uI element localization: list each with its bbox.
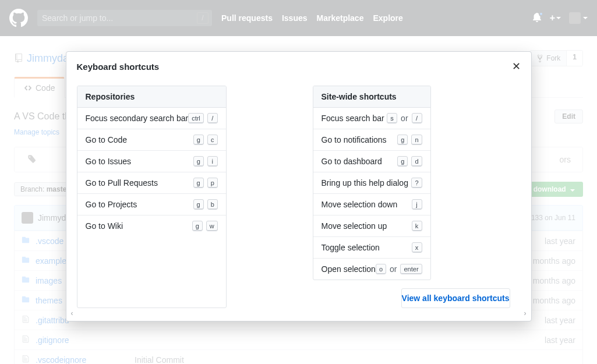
shortcut-row: Go to Wikig w <box>77 215 226 236</box>
shortcut-row: Focus secondary search barctrl / <box>77 108 226 129</box>
shortcut-row: Go to dashboardg d <box>313 150 430 172</box>
keyboard-key: ? <box>411 178 422 188</box>
keyboard-key: g <box>193 135 204 145</box>
shortcut-keys: j <box>412 199 422 210</box>
shortcut-keys: ctrl / <box>188 113 218 123</box>
keyboard-key: ctrl <box>188 113 204 123</box>
shortcut-row: Focus search bars or / <box>313 108 430 129</box>
keyboard-key: w <box>206 221 218 231</box>
chevron-left-icon: ‹ <box>71 309 73 317</box>
keyboard-key: c <box>207 135 218 145</box>
shortcut-row: Go to Pull Requestsg p <box>77 172 226 193</box>
shortcut-row: Go to Issuesg i <box>77 150 226 172</box>
shortcut-label: Go to Issues <box>86 157 193 166</box>
shortcut-keys: ? <box>411 178 422 188</box>
shortcut-keys: g w <box>192 221 218 231</box>
keyboard-key: g <box>193 199 204 210</box>
shortcut-label: Focus search bar <box>322 114 387 123</box>
shortcut-keys: g d <box>397 156 422 167</box>
keyboard-key: p <box>207 178 218 188</box>
shortcut-label: Focus secondary search bar <box>86 114 189 123</box>
keyboard-shortcuts-modal: Keyboard shortcuts ✕ Repositories Focus … <box>66 51 532 321</box>
keyboard-key: enter <box>400 264 422 274</box>
shortcut-keys: g b <box>193 199 218 210</box>
shortcut-row: Go to notificationsg n <box>313 129 430 150</box>
shortcut-keys: x <box>412 242 422 253</box>
or-text: or <box>401 114 408 123</box>
shortcut-keys: k <box>412 221 422 231</box>
shortcut-row: Go to Codeg c <box>77 129 226 150</box>
keyboard-key: j <box>412 199 422 210</box>
keyboard-key: k <box>412 221 422 231</box>
panel-header: Site-wide shortcuts <box>313 86 430 108</box>
close-icon: ✕ <box>512 61 521 72</box>
shortcut-label: Go to Code <box>86 135 193 144</box>
shortcut-label: Go to Pull Requests <box>86 178 193 188</box>
shortcuts-panel-repositories: Repositories Focus secondary search barc… <box>77 86 227 308</box>
keyboard-key: x <box>412 242 422 253</box>
shortcut-row: Move selection upk <box>313 215 430 236</box>
shortcut-row: Go to Projectsg b <box>77 193 226 215</box>
keyboard-key: g <box>192 221 203 231</box>
keyboard-key: g <box>193 156 204 167</box>
shortcut-label: Toggle selection <box>322 243 412 252</box>
keyboard-key: s <box>387 113 397 123</box>
keyboard-key: n <box>411 135 422 145</box>
keyboard-key: / <box>412 113 422 123</box>
chevron-right-icon: › <box>524 309 527 317</box>
shortcut-keys: g i <box>193 156 218 167</box>
keyboard-key: / <box>207 113 218 123</box>
or-text: or <box>390 264 397 274</box>
keyboard-key: g <box>397 156 408 167</box>
keyboard-key: i <box>207 156 218 167</box>
shortcut-row: Toggle selectionx <box>313 236 430 258</box>
view-all-shortcuts-link[interactable]: View all keyboard shortcuts <box>401 288 510 308</box>
shortcut-label: Go to dashboard <box>322 157 398 166</box>
keyboard-key: g <box>193 178 204 188</box>
shortcut-label: Open selection <box>322 264 376 274</box>
panel-header: Repositories <box>77 86 226 108</box>
shortcut-row: Open selectiono or enter <box>313 258 430 280</box>
shortcut-row: Move selection downj <box>313 193 430 215</box>
shortcut-label: Move selection down <box>322 200 412 209</box>
shortcuts-panel-sitewide: Site-wide shortcuts Focus search bars or… <box>313 86 431 280</box>
shortcut-keys: g c <box>193 135 218 145</box>
shortcut-keys: s or / <box>387 113 422 123</box>
shortcut-label: Move selection up <box>322 221 412 231</box>
shortcut-label: Go to Projects <box>86 200 193 209</box>
close-button[interactable]: ✕ <box>512 60 521 73</box>
shortcut-keys: g n <box>397 135 422 145</box>
shortcut-row: Bring up this help dialog? <box>313 172 430 193</box>
keyboard-key: b <box>207 199 218 210</box>
shortcut-label: Bring up this help dialog <box>322 178 412 188</box>
shortcut-keys: o or enter <box>376 264 422 274</box>
keyboard-key: d <box>411 156 422 167</box>
shortcut-label: Go to Wiki <box>86 221 192 231</box>
shortcut-keys: g p <box>193 178 218 188</box>
modal-title: Keyboard shortcuts <box>77 62 160 72</box>
keyboard-key: g <box>397 135 408 145</box>
keyboard-key: o <box>376 264 386 274</box>
shortcut-label: Go to notifications <box>322 135 398 144</box>
